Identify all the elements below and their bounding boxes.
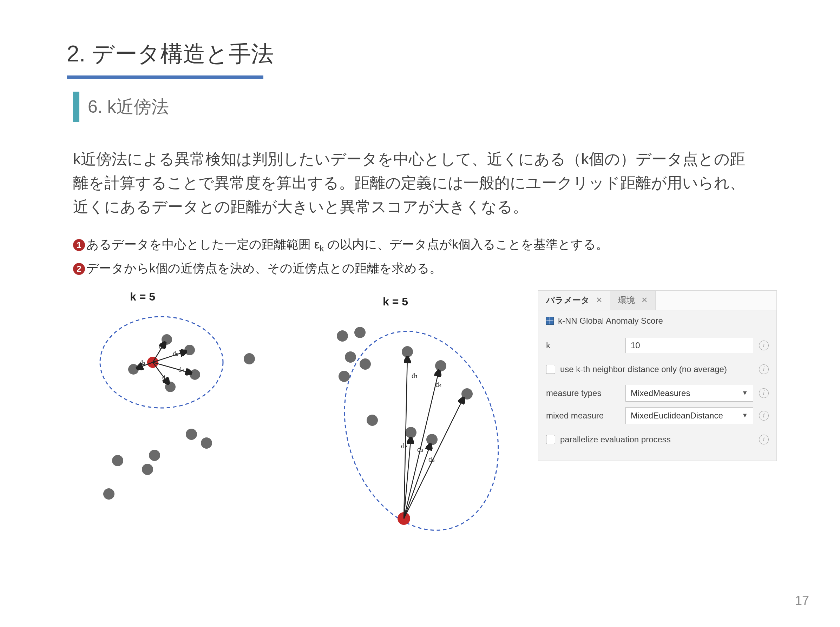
select-measure-types-value: MixedMeasures (631, 388, 690, 398)
info-icon[interactable]: i (759, 388, 769, 398)
svg-point-5 (165, 381, 176, 392)
svg-point-18 (186, 429, 197, 440)
close-icon[interactable]: ✕ (641, 296, 648, 305)
chevron-down-icon: ▼ (742, 412, 748, 419)
label-kth-only: use k-th neighbor distance only (no aver… (560, 364, 754, 374)
operator-name: k-NN Global Anomaly Score (558, 316, 663, 326)
input-k[interactable] (626, 338, 753, 353)
svg-point-4 (190, 369, 200, 380)
operator-header: k-NN Global Anomaly Score (546, 316, 769, 326)
close-icon[interactable]: ✕ (596, 296, 602, 305)
subsection-row: 6. k近傍法 (73, 91, 773, 122)
operator-icon (546, 317, 554, 325)
svg-line-9 (153, 362, 191, 373)
bullet-badge-2: 2 (73, 263, 85, 275)
bullet-1-text-pre: あるデータを中心とした一定の距離範囲 ε (87, 237, 320, 251)
bullet-badge-1: 1 (73, 239, 85, 251)
label-mixed-measure: mixed measure (546, 411, 620, 421)
svg-point-42 (354, 327, 366, 338)
figure-left-diagram: d₁ d₅ d₄ d₃ d₂ (81, 304, 270, 501)
svg-text:d₃: d₃ (162, 374, 168, 381)
panel-body: k-NN Global Anomaly Score k i use k-th n… (538, 310, 777, 461)
svg-point-41 (337, 330, 348, 342)
svg-point-46 (367, 414, 378, 426)
figure-right-label: k = 5 (383, 295, 408, 308)
title-underline (67, 76, 263, 79)
row-measure-types: measure types MixedMeasures ▼ i (546, 382, 769, 405)
parameters-panel: パラメータ ✕ 環境 ✕ k-NN Global Anomaly Score k… (538, 290, 777, 461)
bullet-1-text-post: の以内に、データ点がk個入ることを基準とする。 (324, 237, 608, 251)
svg-point-20 (149, 450, 160, 461)
panel-tabs: パラメータ ✕ 環境 ✕ (538, 291, 777, 310)
row-k: k i (546, 334, 769, 357)
svg-line-8 (153, 351, 186, 362)
svg-text:d₄: d₄ (435, 381, 442, 388)
label-measure-types: measure types (546, 388, 620, 398)
label-parallel: parallelize evaluation process (560, 435, 754, 444)
figure-area: k = 5 k = 5 (67, 290, 773, 557)
select-measure-types[interactable]: MixedMeasures ▼ (626, 385, 753, 402)
svg-text:d₅: d₅ (173, 350, 178, 357)
section-title: 2. データ構造と手法 (67, 39, 773, 69)
svg-point-23 (103, 488, 115, 499)
tab-environment[interactable]: 環境 ✕ (610, 291, 656, 310)
svg-text:d₃: d₃ (417, 446, 424, 453)
svg-point-43 (345, 351, 356, 362)
svg-point-0 (100, 317, 223, 408)
svg-point-44 (359, 358, 371, 370)
tab-environment-label: 環境 (618, 295, 635, 306)
page-number: 17 (795, 593, 809, 608)
bullet-1: 1あるデータを中心とした一定の距離範囲 εk の以内に、データ点がk個入ることを… (73, 235, 773, 255)
body-paragraph: k近傍法による異常検知は判別したいデータを中心として、近くにある（k個の）データ… (73, 147, 759, 219)
svg-point-24 (320, 311, 516, 550)
svg-text:d₅: d₅ (429, 455, 435, 463)
svg-point-17 (244, 353, 255, 364)
row-mixed-measure: mixed measure MixedEuclideanDistance ▼ i (546, 405, 769, 427)
svg-text:d₂: d₂ (140, 359, 145, 366)
info-icon[interactable]: i (759, 364, 769, 374)
bullet-2: 2データからk個の近傍点を決め、その近傍点との距離を求める。 (73, 259, 773, 278)
info-icon[interactable]: i (759, 411, 769, 421)
svg-point-3 (184, 345, 195, 355)
figure-right-diagram: d₁ d₄ d₂ d₃ d₅ (320, 311, 516, 557)
checkbox-kth-only[interactable] (546, 365, 555, 374)
label-k: k (546, 340, 620, 350)
svg-point-28 (405, 427, 416, 438)
figure-left-label: k = 5 (130, 290, 155, 303)
chevron-down-icon: ▼ (742, 389, 748, 397)
subsection-title: 6. k近傍法 (88, 95, 169, 119)
row-parallel: parallelize evaluation process i (546, 427, 769, 452)
svg-text:d₁: d₁ (159, 343, 164, 350)
svg-point-26 (435, 360, 446, 372)
row-kth-only: use k-th neighbor distance only (no aver… (546, 357, 769, 382)
tab-parameters-label: パラメータ (546, 295, 589, 306)
svg-point-22 (112, 455, 123, 466)
info-icon[interactable]: i (759, 435, 769, 444)
svg-point-45 (339, 371, 350, 382)
svg-text:d₄: d₄ (178, 366, 184, 373)
svg-point-25 (402, 346, 413, 358)
svg-point-21 (142, 464, 153, 475)
info-icon[interactable]: i (759, 340, 769, 350)
svg-point-6 (128, 364, 139, 375)
tab-parameters[interactable]: パラメータ ✕ (538, 291, 610, 310)
svg-line-35 (404, 444, 430, 518)
svg-text:d₁: d₁ (411, 372, 418, 380)
bullet-1-subscript: k (320, 244, 324, 253)
svg-point-29 (426, 434, 438, 445)
svg-point-19 (201, 438, 212, 449)
subsection-accent-bar (73, 91, 79, 122)
select-mixed-measure[interactable]: MixedEuclideanDistance ▼ (626, 407, 753, 424)
svg-text:d₂: d₂ (401, 442, 407, 450)
bullet-2-text: データからk個の近傍点を決め、その近傍点との距離を求める。 (87, 261, 442, 275)
checkbox-parallel[interactable] (546, 435, 555, 444)
select-mixed-measure-value: MixedEuclideanDistance (631, 411, 723, 421)
